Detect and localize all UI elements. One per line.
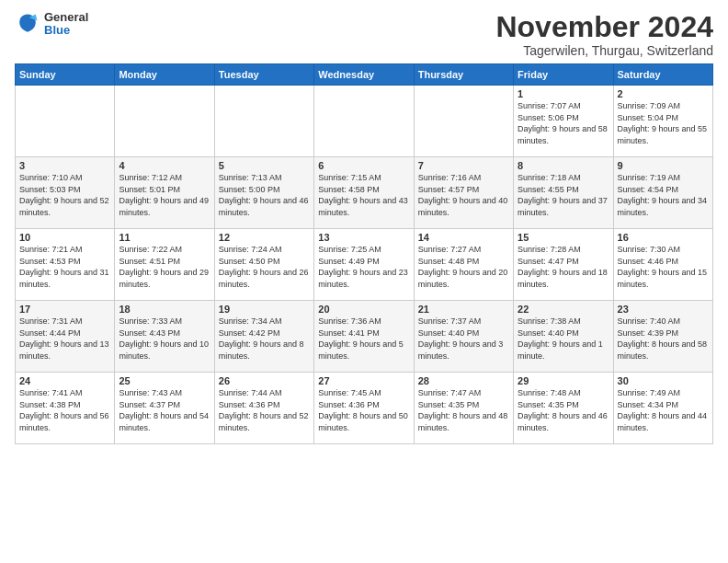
day-info: Sunrise: 7:45 AM Sunset: 4:36 PM Dayligh… xyxy=(318,387,409,433)
calendar-cell: 5 Sunrise: 7:13 AM Sunset: 5:00 PM Dayli… xyxy=(214,157,313,229)
calendar-cell: 12 Sunrise: 7:24 AM Sunset: 4:50 PM Dayl… xyxy=(214,229,313,301)
logo-general-text: General xyxy=(44,11,88,24)
calendar-cell: 7 Sunrise: 7:16 AM Sunset: 4:57 PM Dayli… xyxy=(414,157,513,229)
calendar-cell xyxy=(414,86,513,157)
header-saturday: Saturday xyxy=(613,64,712,86)
day-number: 19 xyxy=(219,304,310,315)
week-row-2: 3 Sunrise: 7:10 AM Sunset: 5:03 PM Dayli… xyxy=(16,157,713,229)
week-row-5: 24 Sunrise: 7:41 AM Sunset: 4:38 PM Dayl… xyxy=(16,373,713,444)
week-row-4: 17 Sunrise: 7:31 AM Sunset: 4:44 PM Dayl… xyxy=(16,301,713,373)
calendar-cell: 9 Sunrise: 7:19 AM Sunset: 4:54 PM Dayli… xyxy=(613,157,712,229)
day-number: 7 xyxy=(418,160,509,171)
day-number: 22 xyxy=(518,304,609,315)
calendar-cell: 13 Sunrise: 7:25 AM Sunset: 4:49 PM Dayl… xyxy=(314,229,414,301)
day-number: 28 xyxy=(418,375,509,386)
day-info: Sunrise: 7:47 AM Sunset: 4:35 PM Dayligh… xyxy=(418,387,509,433)
day-number: 29 xyxy=(518,375,609,386)
day-number: 30 xyxy=(618,375,709,386)
header-friday: Friday xyxy=(514,64,613,86)
day-number: 6 xyxy=(318,160,409,171)
logo-icon xyxy=(15,11,40,37)
day-number: 2 xyxy=(618,88,709,99)
day-info: Sunrise: 7:30 AM Sunset: 4:46 PM Dayligh… xyxy=(618,244,709,290)
day-number: 1 xyxy=(518,88,609,99)
day-info: Sunrise: 7:49 AM Sunset: 4:34 PM Dayligh… xyxy=(618,387,709,433)
day-info: Sunrise: 7:41 AM Sunset: 4:38 PM Dayligh… xyxy=(19,387,110,433)
calendar-cell: 11 Sunrise: 7:22 AM Sunset: 4:51 PM Dayl… xyxy=(115,229,214,301)
calendar-cell xyxy=(115,86,214,157)
day-info: Sunrise: 7:18 AM Sunset: 4:55 PM Dayligh… xyxy=(518,172,609,218)
day-info: Sunrise: 7:28 AM Sunset: 4:47 PM Dayligh… xyxy=(518,244,609,290)
calendar-cell: 8 Sunrise: 7:18 AM Sunset: 4:55 PM Dayli… xyxy=(514,157,613,229)
day-info: Sunrise: 7:16 AM Sunset: 4:57 PM Dayligh… xyxy=(418,172,509,218)
day-number: 25 xyxy=(119,375,210,386)
day-info: Sunrise: 7:43 AM Sunset: 4:37 PM Dayligh… xyxy=(119,387,210,433)
logo-blue-text: Blue xyxy=(44,24,88,37)
day-number: 23 xyxy=(618,304,709,315)
calendar-cell: 26 Sunrise: 7:44 AM Sunset: 4:36 PM Dayl… xyxy=(214,373,313,444)
calendar-cell: 28 Sunrise: 7:47 AM Sunset: 4:35 PM Dayl… xyxy=(414,373,513,444)
day-number: 12 xyxy=(219,232,310,243)
calendar-cell: 2 Sunrise: 7:09 AM Sunset: 5:04 PM Dayli… xyxy=(613,86,712,157)
day-number: 3 xyxy=(19,160,110,171)
calendar-cell: 22 Sunrise: 7:38 AM Sunset: 4:40 PM Dayl… xyxy=(514,301,613,373)
calendar-cell: 1 Sunrise: 7:07 AM Sunset: 5:06 PM Dayli… xyxy=(514,86,613,157)
day-info: Sunrise: 7:31 AM Sunset: 4:44 PM Dayligh… xyxy=(19,316,110,362)
day-info: Sunrise: 7:44 AM Sunset: 4:36 PM Dayligh… xyxy=(219,387,310,433)
calendar-cell: 30 Sunrise: 7:49 AM Sunset: 4:34 PM Dayl… xyxy=(613,373,712,444)
calendar-cell: 20 Sunrise: 7:36 AM Sunset: 4:41 PM Dayl… xyxy=(314,301,414,373)
day-number: 20 xyxy=(318,304,409,315)
day-info: Sunrise: 7:38 AM Sunset: 4:40 PM Dayligh… xyxy=(518,316,609,362)
calendar-cell: 27 Sunrise: 7:45 AM Sunset: 4:36 PM Dayl… xyxy=(314,373,414,444)
day-info: Sunrise: 7:10 AM Sunset: 5:03 PM Dayligh… xyxy=(19,172,110,218)
day-info: Sunrise: 7:22 AM Sunset: 4:51 PM Dayligh… xyxy=(119,244,210,290)
calendar-cell: 21 Sunrise: 7:37 AM Sunset: 4:40 PM Dayl… xyxy=(414,301,513,373)
calendar-cell: 29 Sunrise: 7:48 AM Sunset: 4:35 PM Dayl… xyxy=(514,373,613,444)
day-info: Sunrise: 7:12 AM Sunset: 5:01 PM Dayligh… xyxy=(119,172,210,218)
location: Tagerwilen, Thurgau, Switzerland xyxy=(495,43,713,58)
header: General Blue November 2024 Tagerwilen, T… xyxy=(15,11,713,58)
calendar-cell xyxy=(16,86,115,157)
day-number: 9 xyxy=(618,160,709,171)
day-number: 24 xyxy=(19,375,110,386)
day-number: 5 xyxy=(219,160,310,171)
logo: General Blue xyxy=(15,11,88,38)
day-number: 14 xyxy=(418,232,509,243)
day-number: 17 xyxy=(19,304,110,315)
week-row-3: 10 Sunrise: 7:21 AM Sunset: 4:53 PM Dayl… xyxy=(16,229,713,301)
header-thursday: Thursday xyxy=(414,64,513,86)
day-number: 18 xyxy=(119,304,210,315)
day-number: 10 xyxy=(19,232,110,243)
day-number: 13 xyxy=(318,232,409,243)
day-number: 21 xyxy=(418,304,509,315)
calendar-cell xyxy=(314,86,414,157)
calendar-cell: 14 Sunrise: 7:27 AM Sunset: 4:48 PM Dayl… xyxy=(414,229,513,301)
calendar-cell: 4 Sunrise: 7:12 AM Sunset: 5:01 PM Dayli… xyxy=(115,157,214,229)
calendar-cell: 10 Sunrise: 7:21 AM Sunset: 4:53 PM Dayl… xyxy=(16,229,115,301)
title-area: November 2024 Tagerwilen, Thurgau, Switz… xyxy=(495,11,713,58)
day-info: Sunrise: 7:48 AM Sunset: 4:35 PM Dayligh… xyxy=(518,387,609,433)
calendar-cell: 18 Sunrise: 7:33 AM Sunset: 4:43 PM Dayl… xyxy=(115,301,214,373)
day-info: Sunrise: 7:19 AM Sunset: 4:54 PM Dayligh… xyxy=(618,172,709,218)
calendar-cell: 15 Sunrise: 7:28 AM Sunset: 4:47 PM Dayl… xyxy=(514,229,613,301)
day-number: 16 xyxy=(618,232,709,243)
day-info: Sunrise: 7:40 AM Sunset: 4:39 PM Dayligh… xyxy=(618,316,709,362)
calendar-cell: 3 Sunrise: 7:10 AM Sunset: 5:03 PM Dayli… xyxy=(16,157,115,229)
day-info: Sunrise: 7:09 AM Sunset: 5:04 PM Dayligh… xyxy=(618,100,709,146)
day-number: 8 xyxy=(518,160,609,171)
day-info: Sunrise: 7:36 AM Sunset: 4:41 PM Dayligh… xyxy=(318,316,409,362)
calendar-cell: 6 Sunrise: 7:15 AM Sunset: 4:58 PM Dayli… xyxy=(314,157,414,229)
day-info: Sunrise: 7:21 AM Sunset: 4:53 PM Dayligh… xyxy=(19,244,110,290)
day-info: Sunrise: 7:25 AM Sunset: 4:49 PM Dayligh… xyxy=(318,244,409,290)
day-info: Sunrise: 7:27 AM Sunset: 4:48 PM Dayligh… xyxy=(418,244,509,290)
day-number: 26 xyxy=(219,375,310,386)
day-number: 4 xyxy=(119,160,210,171)
calendar-cell: 17 Sunrise: 7:31 AM Sunset: 4:44 PM Dayl… xyxy=(16,301,115,373)
week-row-1: 1 Sunrise: 7:07 AM Sunset: 5:06 PM Dayli… xyxy=(16,86,713,157)
weekday-header-row: Sunday Monday Tuesday Wednesday Thursday… xyxy=(16,64,713,86)
day-info: Sunrise: 7:15 AM Sunset: 4:58 PM Dayligh… xyxy=(318,172,409,218)
calendar-table: Sunday Monday Tuesday Wednesday Thursday… xyxy=(15,63,713,444)
day-info: Sunrise: 7:37 AM Sunset: 4:40 PM Dayligh… xyxy=(418,316,509,362)
month-title: November 2024 xyxy=(495,11,713,43)
day-number: 15 xyxy=(518,232,609,243)
